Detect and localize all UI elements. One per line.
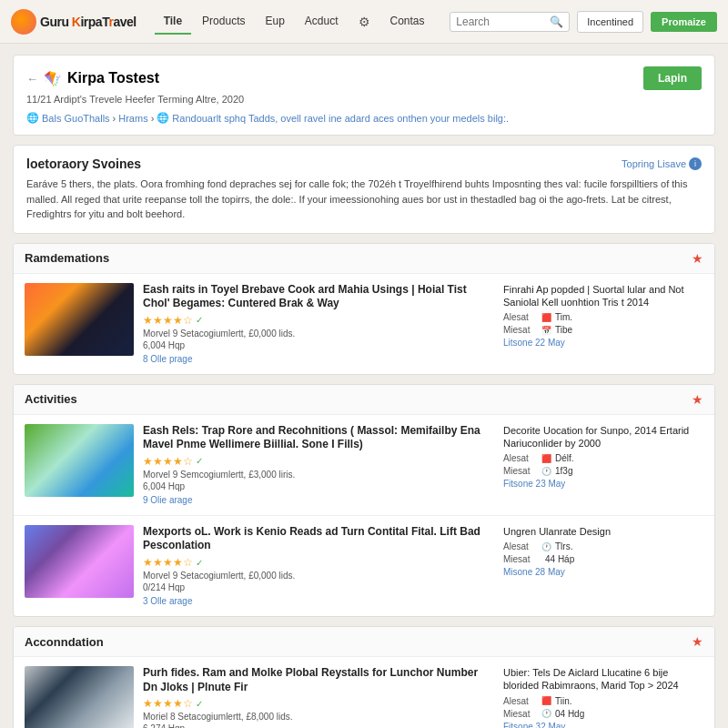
product-stars: ★★★★☆✓ bbox=[143, 455, 494, 468]
search-input[interactable] bbox=[456, 15, 547, 28]
miesat-row: Miesat 🕐 04 Hdg bbox=[503, 709, 703, 719]
category-header-2: Acconndation★ bbox=[14, 627, 714, 657]
product-availability: 6,004 Hqp bbox=[143, 481, 494, 491]
back-icon[interactable]: ← bbox=[26, 72, 38, 86]
product-stars: ★★★★☆✓ bbox=[143, 697, 494, 710]
star-icons: ★★★★☆ bbox=[143, 314, 193, 327]
product-thumbnail bbox=[25, 283, 134, 356]
breadcrumb-sep-2: › bbox=[151, 113, 155, 124]
star-icons: ★★★★☆ bbox=[143, 455, 193, 468]
miesat-label: Miesat bbox=[503, 466, 538, 476]
main-nav: Tile Products Eup Acduct ⚙ Contas bbox=[155, 9, 434, 35]
product-title: Eash raits in Toyel Brebave Cook ard Mah… bbox=[143, 283, 494, 311]
nav-settings-icon[interactable]: ⚙ bbox=[349, 9, 379, 35]
product-main-info: Eash Rels: Trap Rore and Recohnitions ( … bbox=[143, 424, 494, 506]
miesat-row: Miesat 44 Háp bbox=[503, 554, 703, 564]
breadcrumb-item-2[interactable]: Hrams bbox=[118, 113, 147, 124]
category-star-icon-0[interactable]: ★ bbox=[692, 251, 703, 266]
page-title-area: ← 🪁 Kirpa Tostest bbox=[26, 70, 159, 87]
product-item: Mexports oL. Work is Kenio Reads ad Turn… bbox=[14, 516, 714, 616]
miesat-value: 44 Háp bbox=[545, 554, 574, 564]
breadcrumb-icon-2: 🌐 bbox=[157, 112, 169, 124]
logo: Guru KirpaTravel bbox=[11, 9, 136, 35]
nav-acduct[interactable]: Acduct bbox=[296, 9, 348, 35]
login-button[interactable]: Lapin bbox=[643, 66, 702, 90]
section-desc-body: Earáve 5 thers, the plats. Oora fromhing… bbox=[26, 177, 702, 222]
product-side-title: Decorite Uocation for Sunpo, 2014 Ertari… bbox=[503, 424, 703, 450]
product-side-info: Ubier: Tels De Aiclard Llucatine 6 bije … bbox=[503, 666, 703, 728]
product-availability: 0/214 Hqp bbox=[143, 582, 494, 592]
category-title-1: Activities bbox=[25, 392, 77, 406]
product-thumbnail bbox=[25, 424, 134, 497]
category-title-0: Ramdemations bbox=[25, 251, 109, 265]
breadcrumb: 🌐 Bals GuoThalls › Hrams › 🌐 Randouarlt … bbox=[26, 112, 702, 124]
miesat-label: Miesat bbox=[503, 709, 538, 719]
alesat-row: Alesat 🟥 Tim. bbox=[503, 312, 703, 322]
nav-products[interactable]: Products bbox=[193, 9, 254, 35]
alesat-label: Alesat bbox=[503, 541, 538, 551]
product-item: Purh fides. Ram and Molke Plobal Reystal… bbox=[14, 657, 714, 728]
section-desc-title: loetoraory Svoines bbox=[26, 157, 141, 171]
product-main-info: Eash raits in Toyel Brebave Cook ard Mah… bbox=[143, 283, 494, 365]
alesat-icon: 🟥 bbox=[541, 454, 551, 463]
product-side-info: Ungren Ulanrate DesignAlesat 🕐 Tlrs.Mies… bbox=[503, 525, 703, 607]
product-availability: 6,004 Hqp bbox=[143, 340, 494, 350]
alesat-label: Alesat bbox=[503, 696, 538, 706]
promaize-button[interactable]: Promaize bbox=[651, 12, 717, 32]
miesat-label: Miesat bbox=[503, 554, 538, 564]
category-star-icon-1[interactable]: ★ bbox=[692, 392, 703, 407]
product-main-info: Purh fides. Ram and Molke Plobal Reystal… bbox=[143, 666, 494, 728]
alesat-value: Tiin. bbox=[555, 696, 572, 706]
product-provider: Morvel 9 Semcogiumlertt, £3,000 liris. bbox=[143, 470, 494, 480]
category-header-1: Activities★ bbox=[14, 385, 714, 415]
miesat-row: Miesat 📅 Tibe bbox=[503, 325, 703, 335]
info-icon: i bbox=[689, 157, 702, 170]
section-desc-link-text: Topring Lisave bbox=[622, 158, 686, 169]
date-link[interactable]: Misone 28 May bbox=[503, 567, 703, 577]
nav-eup[interactable]: Eup bbox=[256, 9, 293, 35]
breadcrumb-item-3[interactable]: Randouarlt sphq Tadds, ovell ravel ine a… bbox=[172, 113, 509, 124]
alesat-row: Alesat 🟥 Tiin. bbox=[503, 696, 703, 706]
product-main-info: Mexports oL. Work is Kenio Reads ad Turn… bbox=[143, 525, 494, 607]
search-icon: 🔍 bbox=[550, 15, 563, 28]
incentined-button[interactable]: Incentined bbox=[577, 11, 643, 33]
nav-contas[interactable]: Contas bbox=[381, 9, 434, 35]
categories-container: Ramdemations★Eash raits in Toyel Brebave… bbox=[13, 243, 715, 729]
header-actions: 🔍 Incentined Promaize bbox=[450, 11, 717, 33]
product-provider: Morvel 9 Setacogiumlertt, £0,000 lids. bbox=[143, 571, 494, 581]
check-icon: ✓ bbox=[196, 456, 203, 466]
nav-tile[interactable]: Tile bbox=[155, 9, 191, 35]
category-star-icon-2[interactable]: ★ bbox=[692, 634, 703, 649]
alesat-icon: 🕐 bbox=[541, 542, 551, 551]
product-thumbnail bbox=[25, 525, 134, 598]
header: Guru KirpaTravel Tile Products Eup Acduc… bbox=[0, 0, 728, 44]
product-side-title: Finrahi Ap popded | Suortal lular and No… bbox=[503, 283, 703, 309]
alesat-row: Alesat 🟥 Délf. bbox=[503, 453, 703, 463]
breadcrumb-item-1[interactable]: Bals GuoThalls bbox=[42, 113, 110, 124]
miesat-icon: 🕐 bbox=[541, 709, 551, 718]
miesat-value: 1f3g bbox=[555, 466, 572, 476]
alesat-value: Délf. bbox=[555, 453, 574, 463]
product-title: Purh fides. Ram and Molke Plobal Reystal… bbox=[143, 666, 494, 694]
miesat-value: Tibe bbox=[555, 325, 572, 335]
product-title: Eash Rels: Trap Rore and Recohnitions ( … bbox=[143, 424, 494, 452]
product-link[interactable]: 8 Olle prage bbox=[143, 354, 192, 364]
date-link[interactable]: Fitsone 32 May bbox=[503, 722, 703, 728]
category-0: Ramdemations★Eash raits in Toyel Brebave… bbox=[13, 243, 715, 375]
date-link[interactable]: Litsone 22 May bbox=[503, 338, 703, 348]
alesat-row: Alesat 🕐 Tlrs. bbox=[503, 541, 703, 551]
section-desc-link[interactable]: Topring Lisave i bbox=[622, 157, 702, 170]
date-link[interactable]: Fitsone 23 May bbox=[503, 479, 703, 489]
page-title-text: Kirpa Tostest bbox=[67, 70, 159, 86]
category-2: Acconndation★Purh fides. Ram and Molke P… bbox=[13, 626, 715, 728]
product-availability: 6,274 Hqp bbox=[143, 723, 494, 728]
alesat-value: Tlrs. bbox=[555, 541, 572, 551]
logo-icon bbox=[11, 9, 36, 35]
section-description: loetoraory Svoines Topring Lisave i Eará… bbox=[13, 145, 715, 234]
search-box[interactable]: 🔍 bbox=[450, 12, 570, 32]
check-icon: ✓ bbox=[196, 699, 203, 709]
product-side-title: Ubier: Tels De Aiclard Llucatine 6 bije … bbox=[503, 666, 703, 693]
product-link[interactable]: 9 Olie arage bbox=[143, 495, 192, 505]
miesat-row: Miesat 🕐 1f3g bbox=[503, 466, 703, 476]
product-link[interactable]: 3 Olle arage bbox=[143, 596, 192, 606]
